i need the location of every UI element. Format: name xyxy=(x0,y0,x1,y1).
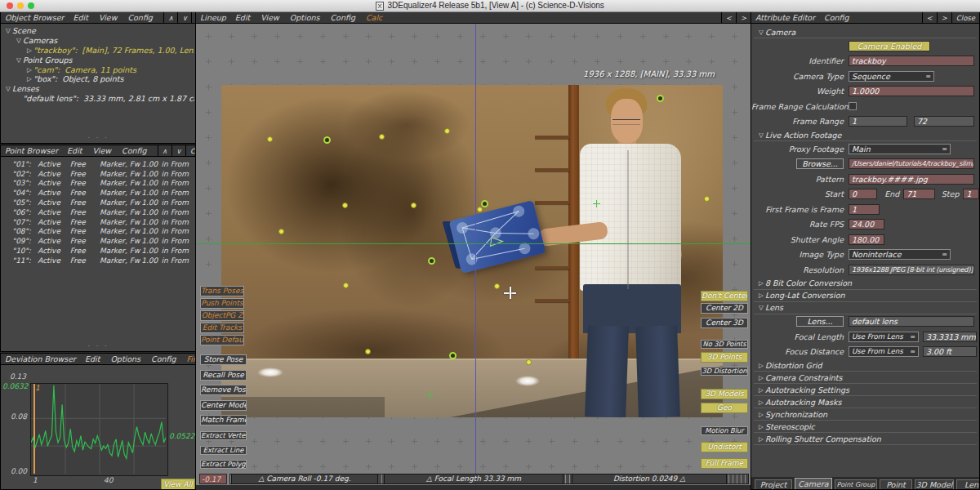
tab-point-group[interactable]: Point Group xyxy=(835,479,877,490)
expand-arrow-icon[interactable]: ▷ xyxy=(25,47,33,54)
image-type-dropdown[interactable]: Noninterlace≡ xyxy=(849,249,951,260)
objectpg-z-button[interactable]: ObjectPG Z xyxy=(200,310,244,321)
expand-arrow-icon[interactable]: ▷ xyxy=(25,66,33,74)
undistort-button[interactable]: Undistort xyxy=(701,442,748,452)
section-distortion-grid[interactable]: ▷Distortion Grid xyxy=(754,359,977,372)
tracking-point[interactable] xyxy=(494,283,500,289)
collapse-arrow-icon[interactable]: ▽ xyxy=(15,56,23,64)
attr-prev-button[interactable]: < xyxy=(922,12,937,23)
focal-length-mode-dropdown[interactable]: Use From Lens≡ xyxy=(849,332,919,342)
deviation-browser-menu-title[interactable]: Deviation Browser xyxy=(5,354,76,363)
attr-value-field[interactable]: 3.00 ft xyxy=(923,346,977,357)
point-row[interactable]: "11":ActiveFreeMarker, Fw1.00in From xyxy=(4,256,194,265)
menu-edit[interactable]: Edit xyxy=(73,13,87,22)
section-camera-constraints[interactable]: ▷Camera Constraints xyxy=(754,372,977,384)
view-all-button[interactable]: View All xyxy=(161,479,195,490)
menu-options[interactable]: Options xyxy=(290,13,320,22)
menu-config[interactable]: Config xyxy=(330,13,354,22)
recall-pose-button[interactable]: Recall Pose xyxy=(200,370,247,381)
attr-value-field[interactable]: 1936x1288 JPEG [8-bit int (unsigned)] xyxy=(849,265,974,275)
panel-resize-grip[interactable]: · · · xyxy=(1,343,195,350)
section-stereoscopic[interactable]: ▷Stereoscopic xyxy=(754,421,977,433)
panel-up-button[interactable]: ∧ xyxy=(158,145,172,156)
point-row[interactable]: "04":ActiveFreeMarker, Fw1.00in From xyxy=(4,188,194,198)
trans-poses-button[interactable]: Trans Poses xyxy=(200,286,244,296)
menu-config[interactable]: Config xyxy=(824,13,849,22)
tracking-point[interactable] xyxy=(704,196,710,202)
viewport-prev-button[interactable]: < xyxy=(721,12,736,23)
panel-down-button[interactable]: ∨ xyxy=(172,145,185,156)
frame-indicator-line[interactable] xyxy=(475,23,476,490)
menu-edit[interactable]: Edit xyxy=(85,354,100,363)
tree-item-point-groups[interactable]: ▽Point Groups xyxy=(4,55,194,65)
point-browser-menu-title[interactable]: Point Browser xyxy=(5,146,58,155)
tab-point[interactable]: Point xyxy=(880,479,912,490)
tracking-point-selected[interactable] xyxy=(657,95,664,102)
tree-item-cam-camera[interactable]: ▷"cam": Camera, 11 points xyxy=(4,65,194,74)
tab-project[interactable]: Project xyxy=(755,479,792,490)
attr-value-field[interactable]: trackboy.####.jpg xyxy=(849,174,974,185)
geo-button[interactable]: Geo xyxy=(701,403,748,413)
frame-range-calculation-checkbox[interactable] xyxy=(849,102,857,110)
point-row[interactable]: "07":ActiveFreeMarker, Fw1.00in From xyxy=(4,217,194,227)
full-frame-button[interactable]: Full Frame xyxy=(701,458,748,469)
tracking-point[interactable] xyxy=(477,207,483,212)
menu-options[interactable]: Options xyxy=(110,354,140,363)
tree-item-cameras[interactable]: ▽Cameras xyxy=(4,36,194,46)
attribute-editor-menu-title[interactable]: Attribute Editor xyxy=(755,13,815,22)
point-row[interactable]: "03":ActiveFreeMarker, Fw1.00in From xyxy=(4,179,194,189)
tracking-point-selected[interactable] xyxy=(481,200,488,207)
browse-button[interactable]: Browse... xyxy=(796,158,844,169)
store-pose-button[interactable]: Store Pose xyxy=(200,354,247,365)
tree-item-box-object[interactable]: ▷"box": Object, 8 points xyxy=(4,74,194,84)
3d-distortion-button[interactable]: 3D Distortion xyxy=(701,367,748,376)
point-row[interactable]: "08":ActiveFreeMarker, Fw1.00in From xyxy=(4,227,194,237)
section-synchronization[interactable]: ▷Synchronization xyxy=(754,408,977,421)
tracked-box-model[interactable] xyxy=(449,200,546,274)
menu-view[interactable]: View xyxy=(261,13,279,22)
point-row[interactable]: "10":ActiveFreeMarker, Fw1.00in From xyxy=(4,246,194,256)
end-field[interactable]: 71 xyxy=(903,189,935,199)
lineup-menu-title[interactable]: Lineup xyxy=(200,13,226,22)
menu-config[interactable]: Config xyxy=(122,146,146,155)
attr-value-field[interactable]: 33.3313 mm xyxy=(923,332,977,342)
push-points-button[interactable]: Push Points xyxy=(200,298,244,309)
lens-button[interactable]: Lens... xyxy=(796,316,844,327)
tracking-point-selected[interactable] xyxy=(449,352,457,359)
collapse-arrow-icon[interactable]: ▽ xyxy=(4,27,12,34)
section-autotracking-masks[interactable]: ▷Autotracking Masks xyxy=(754,396,977,408)
viewport-next-button[interactable]: > xyxy=(736,12,751,23)
attr-value-field[interactable]: /Users/daniel/tutorials4/trackboy_slim/ xyxy=(849,158,974,169)
focal-length-button[interactable]: △ Focal Length 33.33 mm xyxy=(384,474,564,484)
tree-item-lenses[interactable]: ▽Lenses xyxy=(4,84,194,94)
tracking-point-cross[interactable] xyxy=(426,391,434,399)
tracking-point-selected[interactable] xyxy=(428,257,435,265)
point-row[interactable]: "02":ActiveFreeMarker, Fw1.00in From xyxy=(4,169,194,179)
point-row[interactable]: "09":ActiveFreeMarker, Fw1.00in From xyxy=(4,236,194,246)
don-t-center-button[interactable]: Don't Center xyxy=(701,291,748,301)
range-start-field[interactable]: 1 xyxy=(849,116,907,127)
viewport-canvas[interactable]: 1936 x 1288, [MAIN], 33.33 mm xyxy=(196,23,751,489)
menu-edit[interactable]: Edit xyxy=(67,146,82,155)
panel-up-button[interactable]: ∧ xyxy=(163,12,177,23)
distortion-button[interactable]: Distortion 0.0249 △ xyxy=(572,474,727,484)
camera-roll-button[interactable]: △ Camera Roll -0.17 deg. xyxy=(231,474,378,484)
tracking-point[interactable] xyxy=(379,134,385,140)
remove-pose-button[interactable]: Remove Pose xyxy=(200,385,247,395)
section-8-bit-color-conversion[interactable]: ▷8 Bit Color Conversion xyxy=(754,278,977,290)
extract-line-button[interactable]: Extract Line xyxy=(200,446,247,455)
expand-arrow-icon[interactable]: ▷ xyxy=(25,75,33,82)
attr-value-field[interactable]: 24.00 xyxy=(849,219,884,229)
attr-value-field[interactable]: 180.00 xyxy=(849,234,884,245)
extract-vertex-button[interactable]: Extract Vertex xyxy=(200,431,247,440)
section-camera[interactable]: ▽Camera xyxy=(754,26,977,38)
section-rolling-shutter-compensation[interactable]: ▷Rolling Shutter Compensation xyxy=(754,433,977,445)
attr-next-button[interactable]: > xyxy=(937,12,951,23)
tracking-point[interactable] xyxy=(278,229,284,234)
edit-tracks-button[interactable]: Edit Tracks xyxy=(200,323,244,333)
tracking-point-cross[interactable] xyxy=(593,200,600,207)
menu-view[interactable]: View xyxy=(99,13,118,22)
tracking-point[interactable] xyxy=(444,128,450,134)
section-long-lat-conversion[interactable]: ▷Long-Lat Conversion xyxy=(754,290,977,302)
menu-calc[interactable]: Calc xyxy=(366,13,382,22)
